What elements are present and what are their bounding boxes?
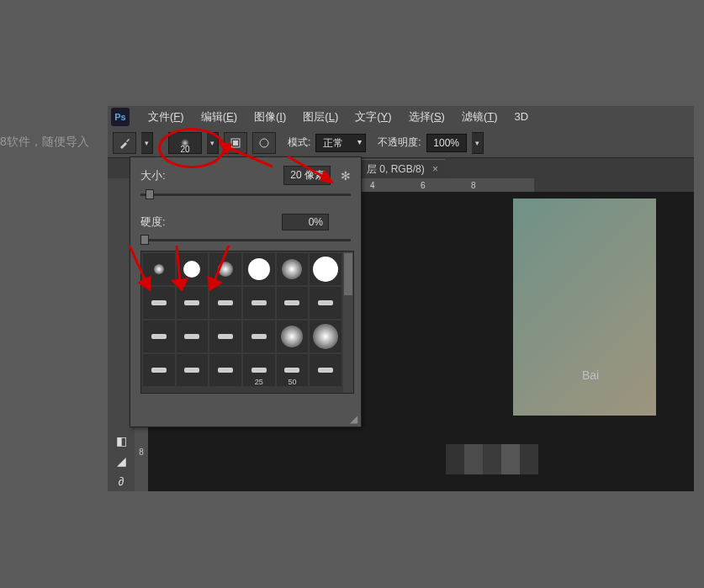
opacity-dropdown[interactable] [472, 132, 484, 154]
menu-type[interactable]: 文字(Y) [347, 106, 400, 128]
brush-thumb[interactable] [177, 287, 209, 319]
brush-scrollbar[interactable] [343, 252, 353, 393]
brush-thumbnails: 25 50 [140, 251, 354, 394]
brush-thumb[interactable] [209, 354, 241, 386]
brush-preset-dropdown[interactable] [207, 132, 219, 154]
menu-3d[interactable]: 3D [506, 106, 537, 128]
brush-thumb[interactable] [177, 320, 209, 352]
size-label: 大小: [140, 168, 183, 183]
brush-thumb[interactable] [243, 320, 275, 352]
document-tab-area: 层 0, RGB/8) × [360, 160, 445, 178]
brush-thumb[interactable] [277, 253, 309, 285]
brush-thumb[interactable] [310, 287, 341, 319]
brush-thumb[interactable] [209, 253, 241, 285]
brush-thumb[interactable] [277, 287, 309, 319]
document-tab[interactable]: 层 0, RGB/8) × [360, 159, 445, 179]
brush-preset-picker[interactable]: 20 [168, 132, 202, 154]
menubar: Ps 文件(F) 编辑(E) 图像(I) 图层(L) 文字(Y) 选择(S) 滤… [108, 106, 694, 128]
brush-panel-toggle-icon[interactable] [224, 132, 247, 154]
tool-preset-dropdown[interactable] [141, 132, 153, 154]
options-bar: 20 模式: 正常▾ 不透明度: 100% [108, 128, 694, 158]
watermark-text: Bai [582, 368, 599, 382]
menu-layer[interactable]: 图层(L) [294, 106, 347, 128]
menu-image[interactable]: 图像(I) [246, 106, 294, 128]
brush-thumb[interactable] [243, 287, 275, 319]
mode-label: 模式: [288, 135, 310, 150]
menu-filter[interactable]: 滤镜(T) [453, 106, 506, 128]
brush-thumb[interactable] [177, 354, 209, 386]
brush-thumb[interactable] [143, 287, 175, 319]
photoshop-window: Ps 文件(F) 编辑(E) 图像(I) 图层(L) 文字(Y) 选择(S) 滤… [108, 106, 694, 491]
ps-logo: Ps [111, 108, 130, 126]
brush-thumb[interactable] [209, 320, 241, 352]
brush-preset-panel: 大小: 20 像素 ✻ 硬度: 0% [130, 156, 362, 427]
hardness-value[interactable]: 0% [282, 214, 329, 230]
close-icon[interactable]: × [432, 163, 438, 175]
brush-thumb[interactable] [143, 253, 175, 285]
hardness-slider-knob[interactable] [140, 235, 149, 245]
menu-file[interactable]: 文件(F) [140, 106, 193, 128]
gear-icon[interactable]: ✻ [341, 169, 351, 183]
menu-edit[interactable]: 编辑(E) [193, 106, 246, 128]
brush-thumb[interactable] [310, 253, 341, 285]
pixelated-region [446, 444, 538, 474]
opacity-label: 不透明度: [378, 135, 421, 150]
brush-thumb[interactable] [209, 287, 241, 319]
eraser-tool-icon[interactable]: ◧ [108, 431, 135, 451]
svg-rect-1 [233, 140, 238, 146]
brush-thumb[interactable] [277, 320, 309, 352]
hardness-slider[interactable] [140, 237, 351, 242]
blur-tool-icon[interactable]: ∂ [108, 471, 135, 491]
gradient-tool-icon[interactable]: ◢ [108, 451, 135, 471]
brush-thumb[interactable] [177, 253, 209, 285]
brush-thumb[interactable]: 50 [277, 354, 309, 386]
background-text: 8软件，随便导入 [0, 135, 89, 150]
brush-thumb[interactable] [310, 320, 341, 352]
svg-point-2 [260, 139, 268, 147]
size-slider[interactable] [140, 192, 351, 197]
resize-handle-icon[interactable]: ◢ [350, 413, 357, 425]
blend-mode-select[interactable]: 正常▾ [315, 134, 366, 152]
hardness-label: 硬度: [140, 215, 183, 230]
opacity-value[interactable]: 100% [426, 134, 467, 152]
brush-thumb[interactable] [243, 253, 275, 285]
scrollbar-thumb[interactable] [344, 253, 352, 295]
brush-thumb[interactable] [143, 354, 175, 386]
size-slider-knob[interactable] [146, 189, 154, 199]
brush-thumb[interactable] [143, 320, 175, 352]
tablet-pressure-icon[interactable] [252, 132, 276, 154]
brush-tool-icon[interactable] [113, 132, 136, 154]
size-value[interactable]: 20 像素 [283, 166, 331, 185]
brush-thumb[interactable]: 25 [243, 354, 275, 386]
brush-size-label: 20 [169, 145, 201, 154]
document-image [513, 199, 656, 416]
brush-thumb[interactable] [310, 354, 341, 386]
menu-select[interactable]: 选择(S) [400, 106, 453, 128]
